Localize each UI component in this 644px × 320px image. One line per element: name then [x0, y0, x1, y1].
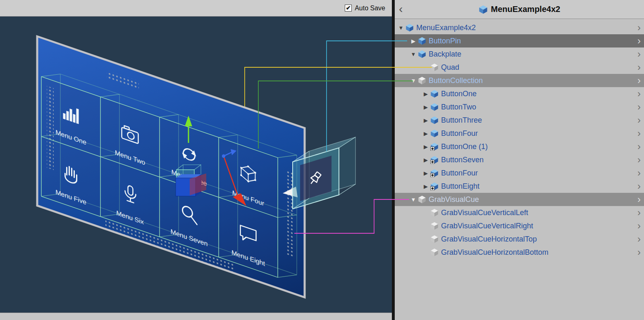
row-chevron-icon[interactable]: ›: [637, 23, 644, 33]
row-chevron-icon[interactable]: ›: [637, 194, 644, 204]
expand-triangle-icon[interactable]: ▼: [409, 52, 418, 57]
row-chevron-icon[interactable]: ›: [637, 115, 644, 125]
hierarchy-row-buttonseven[interactable]: ▶ ButtonSeven ›: [395, 153, 644, 166]
row-label: Quad: [441, 63, 459, 72]
row-label: ButtonFour: [441, 129, 478, 138]
expand-triangle-icon[interactable]: ▼: [409, 78, 418, 83]
row-label: ButtonSeven: [441, 156, 484, 164]
prefab-cube-icon: [430, 129, 439, 137]
row-label: ButtonCollection: [429, 76, 483, 85]
cube-icon: [430, 63, 439, 71]
row-chevron-icon[interactable]: ›: [637, 49, 644, 59]
row-chevron-icon[interactable]: ›: [637, 102, 644, 112]
row-chevron-icon[interactable]: ›: [637, 62, 644, 72]
hierarchy-row-menuexample4x2[interactable]: ▼ MenuExample4x2 ›: [395, 21, 644, 34]
row-chevron-icon[interactable]: ›: [637, 142, 644, 152]
row-chevron-icon[interactable]: ›: [637, 234, 644, 244]
expand-triangle-icon[interactable]: ▶: [421, 104, 430, 110]
hierarchy-row-grabvisualcuehorizontalbottom[interactable]: GrabVisualCueHorizontalBottom ›: [395, 246, 644, 259]
auto-save-checkbox[interactable]: ✔: [345, 5, 352, 12]
auto-save-toggle[interactable]: ✔ Auto Save: [345, 5, 385, 12]
scene-toolbar: ✔ Auto Save: [0, 0, 392, 17]
auto-save-label: Auto Save: [355, 5, 385, 12]
row-label: MenuExample4x2: [416, 24, 476, 32]
expand-triangle-icon[interactable]: ▼: [409, 197, 418, 202]
row-chevron-icon[interactable]: ›: [637, 181, 644, 191]
hierarchy-row-quad[interactable]: Quad ›: [395, 61, 644, 74]
row-label: GrabVisualCueVerticalLeft: [441, 209, 528, 217]
row-chevron-icon[interactable]: ›: [637, 168, 644, 178]
row-label: ButtonThree: [441, 116, 482, 125]
row-label: ButtonOne: [441, 90, 477, 98]
check-icon: ✔: [346, 5, 351, 11]
hierarchy-row-buttoneight[interactable]: ▶ ButtonEight ›: [395, 180, 644, 193]
row-label: Backplate: [429, 50, 461, 59]
back-chevron-icon[interactable]: ‹: [399, 3, 403, 14]
hierarchy-row-buttonone[interactable]: ▶ ButtonOne ›: [395, 87, 644, 100]
row-label: GrabVisualCue: [429, 195, 479, 204]
expand-triangle-icon[interactable]: ▶: [421, 157, 430, 163]
cube-icon: [430, 235, 439, 243]
expand-triangle-icon[interactable]: ▶: [421, 184, 430, 189]
row-label: ButtonOne (1): [441, 142, 488, 151]
hierarchy-row-backplate[interactable]: ▼ Backplate ›: [395, 47, 644, 61]
hierarchy-row-buttoncollection[interactable]: ▼ ButtonCollection ›: [395, 74, 644, 87]
hierarchy-row-grabvisualcueverticalleft[interactable]: GrabVisualCueVerticalLeft ›: [395, 206, 644, 219]
row-label: ButtonEight: [441, 182, 479, 191]
prefab-cube-plus-icon: [430, 142, 439, 151]
row-label: GrabVisualCueHorizontalBottom: [441, 248, 549, 257]
row-chevron-icon[interactable]: ›: [637, 36, 644, 46]
hierarchy-row-buttonthree[interactable]: ▶ ButtonThree ›: [395, 114, 644, 127]
prefab-cube-plus-icon: [430, 156, 439, 164]
hierarchy-panel: ‹ MenuExample4x2 ▼ MenuExample4x2 › ▶ Bu…: [395, 0, 644, 320]
cube-icon: [430, 222, 439, 230]
hierarchy-row-buttonfour-2[interactable]: ▶ ButtonFour ›: [395, 166, 644, 180]
expand-triangle-icon[interactable]: ▶: [409, 38, 418, 44]
row-chevron-icon[interactable]: ›: [637, 208, 644, 218]
row-label: GrabVisualCueHorizontalTop: [441, 235, 537, 244]
hierarchy-row-buttonfour[interactable]: ▶ ButtonFour ›: [395, 127, 644, 140]
prefab-cube-icon: [405, 24, 414, 32]
hierarchy-row-buttonone-1[interactable]: ▶ ButtonOne (1) ›: [395, 140, 644, 153]
expand-triangle-icon[interactable]: ▶: [421, 144, 430, 149]
prefab-cube-icon: [418, 50, 426, 58]
prefab-cube-plus-icon: [430, 169, 439, 177]
row-chevron-icon[interactable]: ›: [637, 128, 644, 138]
hierarchy-row-buttontwo[interactable]: ▶ ButtonTwo ›: [395, 100, 644, 114]
hierarchy-row-buttonpin[interactable]: ▶ ButtonPin ›: [395, 34, 644, 47]
panel-divider[interactable]: [392, 0, 395, 320]
expand-triangle-icon[interactable]: ▶: [421, 131, 430, 136]
expand-triangle-icon[interactable]: ▶: [421, 91, 430, 97]
prefab-cube-icon: [479, 5, 488, 14]
cube-icon: [418, 76, 426, 85]
row-chevron-icon[interactable]: ›: [637, 76, 644, 85]
row-chevron-icon[interactable]: ›: [637, 221, 644, 231]
hierarchy-row-grabvisualcuehorizontaltop[interactable]: GrabVisualCueHorizontalTop ›: [395, 232, 644, 246]
prefab-title: MenuExample4x2: [491, 5, 561, 14]
hierarchy-header: ‹ MenuExample4x2: [395, 0, 644, 19]
cube-icon: [430, 209, 439, 217]
hierarchy-row-grabvisualcueverticalright[interactable]: GrabVisualCueVerticalRight ›: [395, 219, 644, 232]
hierarchy-row-grabvisualcue[interactable]: ▼ GrabVisualCue ›: [395, 193, 644, 206]
expand-triangle-icon[interactable]: ▶: [421, 171, 430, 176]
row-label: ButtonPin: [429, 37, 461, 45]
prefab-cube-icon: [418, 37, 426, 45]
cube-icon: [430, 248, 439, 256]
prefab-cube-icon: [430, 90, 439, 98]
expand-triangle-icon[interactable]: ▼: [396, 25, 405, 31]
prefab-cube-icon: [430, 103, 439, 111]
cube-icon: [418, 195, 426, 204]
expand-triangle-icon[interactable]: ▶: [421, 118, 430, 123]
scene-view[interactable]: Menu One Menu Two Menu Three Menu Four M…: [0, 17, 392, 313]
row-chevron-icon[interactable]: ›: [637, 247, 644, 257]
row-label: ButtonFour: [441, 169, 478, 178]
row-chevron-icon[interactable]: ›: [637, 89, 644, 99]
row-chevron-icon[interactable]: ›: [637, 155, 644, 165]
row-label: ButtonTwo: [441, 103, 476, 111]
row-label: GrabVisualCueVerticalRight: [441, 222, 533, 230]
prefab-cube-plus-icon: [430, 182, 439, 190]
hierarchy-tree: ▼ MenuExample4x2 › ▶ ButtonPin › ▼ Backp…: [395, 19, 644, 259]
scene-bottom-strip: [0, 313, 392, 320]
prefab-cube-icon: [430, 116, 439, 124]
